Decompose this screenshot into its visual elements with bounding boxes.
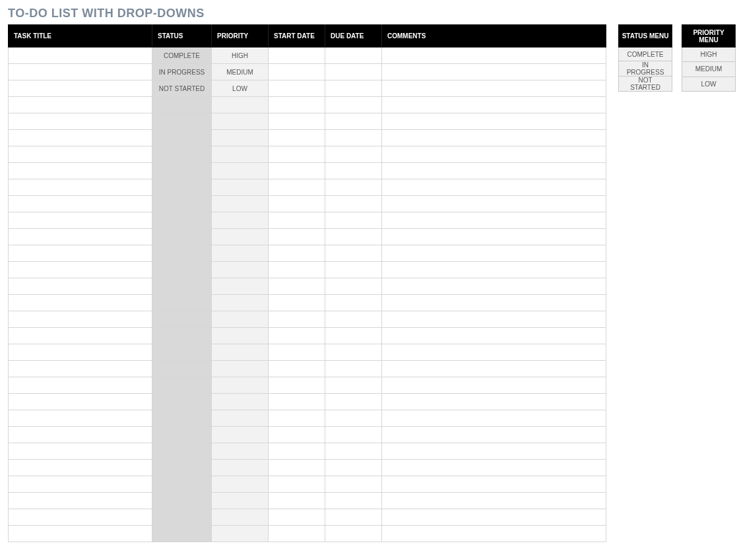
due-date-cell[interactable] <box>325 361 382 377</box>
due-date-cell[interactable] <box>325 64 382 80</box>
task-title-cell[interactable] <box>9 427 152 443</box>
comments-cell[interactable] <box>382 163 606 179</box>
priority-cell[interactable] <box>212 410 269 427</box>
due-date-cell[interactable] <box>325 526 382 542</box>
due-date-cell[interactable] <box>325 476 382 493</box>
task-title-cell[interactable] <box>9 163 152 179</box>
status-cell[interactable] <box>152 427 212 443</box>
task-title-cell[interactable] <box>9 80 152 97</box>
status-cell[interactable] <box>152 328 212 344</box>
priority-menu-item[interactable]: MEDIUM <box>682 62 736 77</box>
start-date-cell[interactable] <box>269 526 325 542</box>
priority-menu-item[interactable]: HIGH <box>682 47 736 62</box>
start-date-cell[interactable] <box>269 311 325 328</box>
due-date-cell[interactable] <box>325 212 382 229</box>
start-date-cell[interactable] <box>269 262 325 278</box>
task-title-cell[interactable] <box>9 196 152 212</box>
task-title-cell[interactable] <box>9 47 152 64</box>
comments-cell[interactable] <box>382 130 606 146</box>
status-cell[interactable] <box>152 526 212 542</box>
start-date-cell[interactable] <box>269 47 325 64</box>
task-title-cell[interactable] <box>9 262 152 278</box>
due-date-cell[interactable] <box>325 344 382 361</box>
comments-cell[interactable] <box>382 146 606 163</box>
start-date-cell[interactable] <box>269 97 325 113</box>
task-title-cell[interactable] <box>9 460 152 476</box>
task-title-cell[interactable] <box>9 476 152 493</box>
status-cell[interactable] <box>152 344 212 361</box>
status-cell[interactable] <box>152 377 212 394</box>
priority-cell[interactable] <box>212 311 269 328</box>
status-cell[interactable]: IN PROGRESS <box>152 64 212 80</box>
task-title-cell[interactable] <box>9 130 152 146</box>
due-date-cell[interactable] <box>325 328 382 344</box>
status-cell[interactable] <box>152 245 212 262</box>
comments-cell[interactable] <box>382 493 606 509</box>
priority-cell[interactable] <box>212 493 269 509</box>
task-title-cell[interactable] <box>9 493 152 509</box>
status-cell[interactable] <box>152 130 212 146</box>
task-title-cell[interactable] <box>9 328 152 344</box>
comments-cell[interactable] <box>382 47 606 64</box>
task-title-cell[interactable] <box>9 97 152 113</box>
status-cell[interactable] <box>152 394 212 410</box>
due-date-cell[interactable] <box>325 410 382 427</box>
start-date-cell[interactable] <box>269 212 325 229</box>
start-date-cell[interactable] <box>269 278 325 295</box>
comments-cell[interactable] <box>382 97 606 113</box>
comments-cell[interactable] <box>382 344 606 361</box>
task-title-cell[interactable] <box>9 64 152 80</box>
status-cell[interactable] <box>152 493 212 509</box>
status-cell[interactable] <box>152 179 212 196</box>
priority-cell[interactable] <box>212 130 269 146</box>
status-cell[interactable] <box>152 229 212 245</box>
comments-cell[interactable] <box>382 526 606 542</box>
priority-cell[interactable]: LOW <box>212 80 269 97</box>
status-cell[interactable] <box>152 509 212 526</box>
priority-cell[interactable] <box>212 328 269 344</box>
start-date-cell[interactable] <box>269 328 325 344</box>
start-date-cell[interactable] <box>269 493 325 509</box>
start-date-cell[interactable] <box>269 113 325 130</box>
start-date-cell[interactable] <box>269 80 325 97</box>
status-cell[interactable] <box>152 212 212 229</box>
comments-cell[interactable] <box>382 80 606 97</box>
status-cell[interactable] <box>152 443 212 460</box>
priority-cell[interactable] <box>212 245 269 262</box>
status-cell[interactable] <box>152 278 212 295</box>
start-date-cell[interactable] <box>269 443 325 460</box>
start-date-cell[interactable] <box>269 410 325 427</box>
priority-cell[interactable] <box>212 344 269 361</box>
priority-cell[interactable] <box>212 509 269 526</box>
due-date-cell[interactable] <box>325 295 382 311</box>
due-date-cell[interactable] <box>325 196 382 212</box>
start-date-cell[interactable] <box>269 146 325 163</box>
due-date-cell[interactable] <box>325 460 382 476</box>
status-menu-item[interactable]: IN PROGRESS <box>619 61 672 77</box>
comments-cell[interactable] <box>382 245 606 262</box>
priority-cell[interactable] <box>212 278 269 295</box>
comments-cell[interactable] <box>382 443 606 460</box>
priority-cell[interactable]: HIGH <box>212 47 269 64</box>
comments-cell[interactable] <box>382 394 606 410</box>
status-cell[interactable] <box>152 295 212 311</box>
task-title-cell[interactable] <box>9 509 152 526</box>
comments-cell[interactable] <box>382 64 606 80</box>
due-date-cell[interactable] <box>325 179 382 196</box>
priority-cell[interactable] <box>212 212 269 229</box>
priority-cell[interactable] <box>212 196 269 212</box>
task-title-cell[interactable] <box>9 361 152 377</box>
task-title-cell[interactable] <box>9 410 152 427</box>
comments-cell[interactable] <box>382 212 606 229</box>
status-cell[interactable] <box>152 163 212 179</box>
due-date-cell[interactable] <box>325 443 382 460</box>
priority-cell[interactable] <box>212 361 269 377</box>
priority-cell[interactable] <box>212 113 269 130</box>
start-date-cell[interactable] <box>269 394 325 410</box>
start-date-cell[interactable] <box>269 344 325 361</box>
task-title-cell[interactable] <box>9 377 152 394</box>
start-date-cell[interactable] <box>269 130 325 146</box>
task-title-cell[interactable] <box>9 113 152 130</box>
task-title-cell[interactable] <box>9 212 152 229</box>
comments-cell[interactable] <box>382 262 606 278</box>
